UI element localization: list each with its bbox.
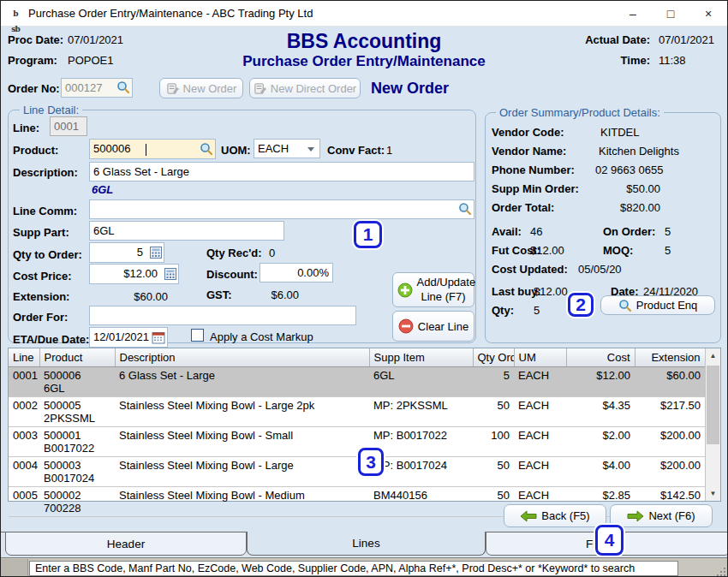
qty-to-order-field[interactable]: 5 bbox=[89, 242, 164, 263]
table-row[interactable]: 00015000066GL6 Glass Set - Large6GL5EACH… bbox=[9, 366, 705, 396]
calendar-icon[interactable] bbox=[152, 330, 165, 344]
cost-price-field[interactable]: $12.00 bbox=[89, 264, 179, 284]
table-row[interactable]: 0003500001B0017022Stainless Steel Mixing… bbox=[9, 426, 705, 456]
extension-label: Extension: bbox=[13, 290, 69, 303]
order-total-value: $820.00 bbox=[583, 201, 660, 214]
order-total-label: Order Total: bbox=[492, 201, 554, 214]
scroll-down-icon[interactable]: ▼ bbox=[706, 486, 720, 501]
table-scrollbar[interactable]: ▲ ▼ bbox=[705, 348, 720, 501]
cost-markup-checkbox[interactable] bbox=[191, 329, 204, 342]
vendor-name-value: Kitchen Delights bbox=[599, 145, 679, 158]
discount-label: Discount: bbox=[206, 268, 258, 281]
column-header-qty-ord: Qty Ord bbox=[473, 348, 514, 366]
last-buy-qty-value: 5 bbox=[534, 304, 540, 317]
product-field[interactable]: 500006 bbox=[89, 139, 216, 159]
actual-date-value: 07/01/2021 bbox=[659, 33, 714, 46]
new-direct-order-button[interactable]: New Direct Order bbox=[249, 78, 361, 98]
chevron-down-icon bbox=[307, 147, 314, 152]
app-icon: bsb bbox=[8, 6, 23, 21]
eta-due-date-label: ETA/Due Date: bbox=[13, 333, 89, 346]
line-number-field: 0001 bbox=[50, 116, 87, 136]
status-bar-message: Enter a BBS Code, Manf Part No, EzCode, … bbox=[29, 561, 678, 576]
order-summary-group-label: Order Summary/Product Details: bbox=[496, 106, 664, 119]
on-order-label: On Order: bbox=[603, 225, 655, 238]
add-update-line-button[interactable]: Add/Update Line (F7) bbox=[392, 272, 474, 307]
minimize-button[interactable]: – bbox=[614, 1, 652, 27]
conv-fact-value: 1 bbox=[386, 144, 392, 157]
cost-price-label: Cost Price: bbox=[13, 270, 72, 283]
gst-label: GST: bbox=[206, 288, 232, 301]
next-button[interactable]: Next (F6) bbox=[610, 504, 713, 527]
plus-circle-icon bbox=[397, 283, 413, 298]
supp-min-order-value: $50.00 bbox=[583, 182, 660, 195]
moq-label: MOQ: bbox=[603, 244, 633, 257]
tab-header[interactable]: Header bbox=[5, 532, 247, 556]
column-header-product: Product bbox=[39, 348, 115, 366]
supp-part-label: Supp Part: bbox=[13, 226, 69, 239]
column-header-description: Description bbox=[115, 348, 369, 366]
document-icon bbox=[254, 82, 266, 95]
uom-select[interactable]: EACH bbox=[254, 139, 320, 158]
order-for-field[interactable] bbox=[89, 306, 356, 325]
supp-part-field[interactable]: 6GL bbox=[89, 221, 284, 241]
close-button[interactable]: × bbox=[689, 1, 727, 27]
extension-value: $60.00 bbox=[104, 290, 168, 303]
vendor-code-value: KITDEL bbox=[600, 126, 640, 139]
alt-product-code: 6GL bbox=[92, 183, 113, 196]
on-order-value: 5 bbox=[665, 225, 671, 238]
order-no-field[interactable]: 000127 bbox=[61, 78, 133, 98]
new-order-button[interactable]: New Order bbox=[159, 78, 243, 98]
resize-grip[interactable] bbox=[714, 565, 725, 576]
fut-cost-value: $12.00 bbox=[530, 244, 564, 257]
calculator-icon[interactable] bbox=[164, 268, 176, 280]
maximize-button[interactable]: □ bbox=[652, 1, 689, 27]
search-icon bbox=[618, 299, 632, 312]
gst-value: $6.00 bbox=[258, 288, 299, 301]
status-bar-left-panel bbox=[1, 559, 28, 577]
phone-number-label: Phone Number: bbox=[492, 164, 575, 176]
annotation-2: 2 bbox=[568, 293, 594, 317]
annotation-1: 1 bbox=[354, 221, 382, 248]
order-for-label: Order For: bbox=[13, 311, 68, 324]
description-field[interactable]: 6 Glass Set - Large bbox=[89, 162, 474, 181]
search-icon[interactable] bbox=[458, 202, 472, 216]
app-window: bsb Purchase Order Entry/Maintenance - A… bbox=[0, 0, 728, 577]
text-caret bbox=[146, 144, 146, 156]
clear-line-button[interactable]: Clear Line bbox=[392, 311, 474, 342]
discount-field[interactable]: 0.00% bbox=[260, 263, 333, 283]
eta-due-date-field[interactable]: 12/01/2021 bbox=[89, 327, 168, 348]
product-enq-button[interactable]: Product Enq bbox=[600, 295, 715, 315]
line-comm-field[interactable] bbox=[89, 199, 474, 219]
line-label: Line: bbox=[13, 122, 39, 134]
line-comm-label: Line Comm: bbox=[13, 205, 77, 217]
last-buy-qty-label: Qty: bbox=[492, 304, 514, 317]
order-lines-table: Line Product Description Supp Item Qty O… bbox=[8, 348, 721, 502]
vendor-code-label: Vendor Code: bbox=[492, 126, 564, 139]
vendor-name-label: Vendor Name: bbox=[492, 145, 566, 158]
conv-fact-label: Conv Fact: bbox=[327, 144, 385, 157]
table-row[interactable]: 0004500003B0017024Stainless Steel Mixing… bbox=[9, 456, 705, 486]
time-label: Time: bbox=[621, 54, 650, 67]
search-icon[interactable] bbox=[116, 80, 130, 94]
table-row[interactable]: 00025000052PKSSMLStainless Steel Mixing … bbox=[9, 396, 705, 426]
qty-recd-value: 0 bbox=[269, 247, 275, 259]
avail-value: 46 bbox=[530, 225, 542, 238]
tab-lines[interactable]: Lines bbox=[247, 532, 486, 556]
back-button[interactable]: Back (F5) bbox=[504, 504, 606, 527]
document-icon bbox=[166, 82, 179, 95]
product-label: Product: bbox=[13, 144, 58, 157]
calculator-icon[interactable] bbox=[150, 247, 162, 259]
lines-table-body: 00015000066GL6 Glass Set - Large6GL5EACH… bbox=[9, 366, 705, 516]
column-header-supp-item: Supp Item bbox=[369, 348, 473, 366]
search-icon[interactable] bbox=[200, 142, 213, 156]
annotation-3: 3 bbox=[358, 448, 384, 476]
scroll-up-icon[interactable]: ▲ bbox=[706, 348, 720, 363]
cost-markup-label: Apply a Cost Markup bbox=[210, 330, 313, 343]
avail-label: Avail: bbox=[492, 225, 522, 238]
moq-value: 5 bbox=[665, 244, 671, 257]
supp-min-order-label: Supp Min Order: bbox=[492, 182, 579, 195]
arrow-right-icon bbox=[627, 510, 644, 522]
column-header-line: Line bbox=[9, 348, 39, 366]
scrollbar-thumb[interactable] bbox=[707, 366, 719, 444]
line-detail-group-label: Line Detail: bbox=[20, 104, 82, 116]
